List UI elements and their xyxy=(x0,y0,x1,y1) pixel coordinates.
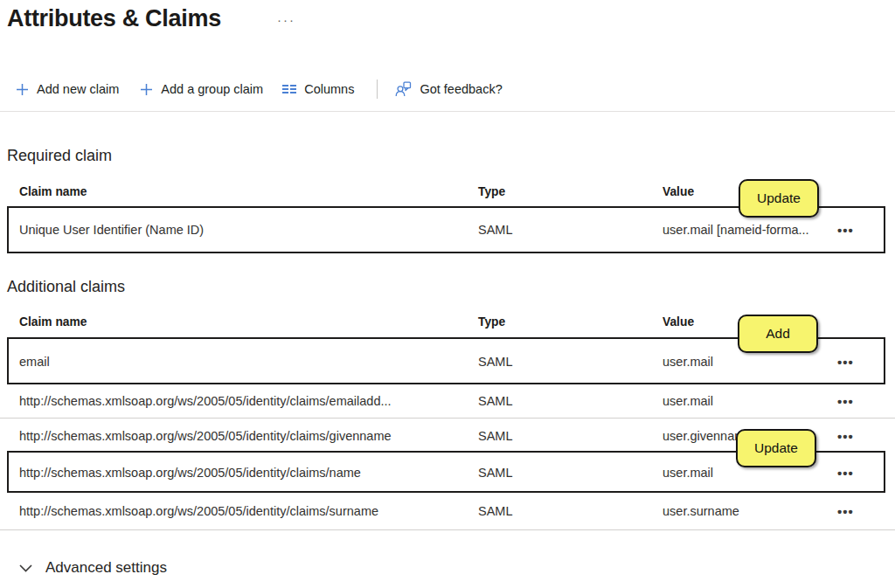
claim-type-cell: SAML xyxy=(478,394,513,408)
claim-type-cell: SAML xyxy=(478,355,513,369)
columns-button[interactable]: Columns xyxy=(282,82,354,96)
required-claim-heading: Required claim xyxy=(7,147,112,165)
claim-row-email[interactable]: email SAML user.mail ••• xyxy=(0,339,895,384)
advanced-settings-toggle[interactable]: Advanced settings xyxy=(19,559,167,577)
claim-value-cell: user.givenname xyxy=(663,429,752,443)
claim-value-cell: user.mail xyxy=(663,466,713,480)
claim-value-cell: user.mail [nameid-forma... xyxy=(663,223,809,237)
claim-name-cell: email xyxy=(19,355,50,369)
claim-row-emailaddress[interactable]: http://schemas.xmlsoap.org/ws/2005/05/id… xyxy=(0,384,895,419)
claim-name-cell: Unique User Identifier (Name ID) xyxy=(19,223,204,237)
claim-row-name[interactable]: http://schemas.xmlsoap.org/ws/2005/05/id… xyxy=(0,453,895,493)
more-actions-icon[interactable]: ••• xyxy=(837,223,872,238)
column-header-type: Type xyxy=(478,185,505,198)
got-feedback-button[interactable]: Got feedback? xyxy=(395,81,502,97)
more-actions-icon[interactable]: ••• xyxy=(837,504,872,519)
more-actions-icon[interactable]: ••• xyxy=(837,466,872,481)
claim-value-cell: user.mail xyxy=(663,394,713,408)
add-new-claim-button[interactable]: Add new claim xyxy=(16,82,119,96)
claim-row-givenname[interactable]: http://schemas.xmlsoap.org/ws/2005/05/id… xyxy=(0,419,895,453)
claim-name-cell: http://schemas.xmlsoap.org/ws/2005/05/id… xyxy=(19,466,361,480)
got-feedback-label: Got feedback? xyxy=(420,82,502,96)
more-actions-icon[interactable]: ••• xyxy=(837,394,872,409)
claim-type-cell: SAML xyxy=(478,429,513,443)
more-actions-icon[interactable]: ••• xyxy=(837,355,872,370)
plus-icon xyxy=(16,83,29,96)
required-claim-table-header: Claim name Type Value xyxy=(0,185,895,208)
add-new-claim-label: Add new claim xyxy=(37,82,119,96)
toolbar-rule xyxy=(0,111,895,112)
claim-name-cell: http://schemas.xmlsoap.org/ws/2005/05/id… xyxy=(19,394,392,408)
claim-name-cell: http://schemas.xmlsoap.org/ws/2005/05/id… xyxy=(19,504,378,518)
advanced-settings-label: Advanced settings xyxy=(45,559,167,577)
chevron-down-icon xyxy=(19,562,32,575)
page-title: Attributes & Claims xyxy=(7,5,221,32)
claim-row-unique-user-identifier[interactable]: Unique User Identifier (Name ID) SAML us… xyxy=(0,208,895,252)
additional-claims-table-header: Claim name Type Value xyxy=(0,315,895,338)
claim-type-cell: SAML xyxy=(478,466,513,480)
claim-value-cell: user.mail xyxy=(663,355,713,369)
more-actions-icon[interactable]: ••• xyxy=(837,428,872,443)
column-header-claim-name: Claim name xyxy=(19,185,87,198)
claim-value-cell: user.surname xyxy=(663,504,739,518)
add-group-claim-label: Add a group claim xyxy=(161,82,263,96)
claim-row-surname[interactable]: http://schemas.xmlsoap.org/ws/2005/05/id… xyxy=(0,493,895,530)
plus-icon xyxy=(140,83,153,96)
more-options-icon[interactable]: ··· xyxy=(277,12,295,27)
claim-type-cell: SAML xyxy=(478,504,513,518)
claim-name-cell: http://schemas.xmlsoap.org/ws/2005/05/id… xyxy=(19,429,392,443)
column-header-type: Type xyxy=(478,315,505,329)
feedback-icon xyxy=(395,81,412,97)
columns-icon xyxy=(282,85,296,93)
column-header-claim-name: Claim name xyxy=(19,315,87,329)
attributes-claims-page: Attributes & Claims ··· Add new claim Ad… xyxy=(0,0,895,588)
column-header-value: Value xyxy=(663,315,694,329)
column-header-value: Value xyxy=(663,185,694,198)
command-bar: Add new claim Add a group claim Columns xyxy=(16,75,503,103)
additional-claims-heading: Additional claims xyxy=(7,278,125,296)
claim-type-cell: SAML xyxy=(478,223,513,237)
add-group-claim-button[interactable]: Add a group claim xyxy=(140,82,263,96)
toolbar-divider xyxy=(377,80,378,99)
columns-label: Columns xyxy=(304,82,354,96)
